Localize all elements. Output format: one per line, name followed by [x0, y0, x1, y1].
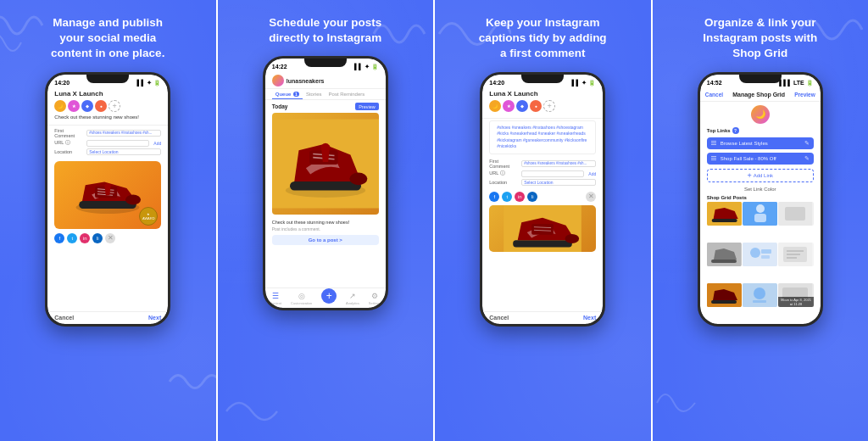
goto-text: Go to a post > [309, 237, 342, 243]
field-input-3-1[interactable]: #shoes #sneakers #instashoes #sh... [521, 160, 596, 167]
avatar-add[interactable]: + [108, 100, 120, 112]
instagram-icon-3[interactable]: in [515, 192, 525, 202]
add-link-button[interactable]: + Add Link [707, 169, 814, 182]
add-url-button-3[interactable]: Add [588, 171, 596, 176]
nav-settings-label: Settings [369, 301, 381, 305]
nav-analytics[interactable]: ↗ Analytics [346, 292, 359, 305]
edit-link-2[interactable]: ✎ [804, 155, 810, 162]
field-row-3: Location Select Location [54, 148, 161, 155]
screen1-header: Luna X Launch 🌙 ★ ◆ ● + Check out these … [47, 88, 168, 126]
preview-button-2[interactable]: Preview [355, 103, 379, 110]
avatar-add-3[interactable]: + [543, 100, 555, 112]
svg-point-41 [754, 287, 765, 299]
tags-area-3[interactable]: #shoes #sneakers #instashoes #shoestagra… [489, 120, 596, 154]
nav-content[interactable]: ☰ Content [270, 292, 281, 305]
nav-plus[interactable]: + [321, 292, 337, 305]
screen4-cancel-button[interactable]: Cancel [705, 92, 723, 98]
close-icon-1[interactable]: ✕ [105, 233, 115, 243]
grid-post-1[interactable] [707, 202, 742, 226]
next-button-1[interactable]: Next [148, 315, 161, 321]
cancel-button-3[interactable]: Cancel [489, 315, 509, 321]
twitter-icon-3[interactable]: t [502, 192, 512, 202]
facebook-icon-3[interactable]: f [489, 192, 499, 202]
panel-3: Keep your Instagram captions tidy by add… [435, 0, 653, 441]
close-icon-3[interactable]: ✕ [586, 192, 596, 202]
settings-icon: ⚙ [371, 292, 378, 300]
goto-post-button[interactable]: Go to a post > [272, 235, 379, 245]
phone-1-notch [86, 75, 129, 83]
sneaker-svg-3 [500, 205, 585, 252]
screen1-caption: Check out these stunning new shoes! [54, 114, 161, 120]
screen4-profile-icon: 🌙 [751, 105, 770, 124]
svg-rect-15 [513, 240, 572, 247]
link-text-2: Shop Fall Sale - 80% Off [721, 156, 802, 161]
phone-1-screen: 14:20 ▌▌ ✦ 🔋 Luna X Launch 🌙 ★ ◆ ● + Che… [47, 75, 168, 324]
time-3: 14:20 [489, 80, 504, 86]
instagram-icon[interactable]: in [80, 233, 90, 243]
grid-post-2[interactable] [743, 202, 777, 226]
edit-link-1[interactable]: ✎ [804, 140, 810, 147]
field-label-2: URL ⓘ [54, 140, 84, 146]
avatar-3-4: ● [530, 100, 542, 112]
tab-stories[interactable]: Stories [303, 89, 326, 99]
screen3-header: Luna X Launch 🌙 ★ ◆ ● + [482, 88, 603, 119]
cancel-button-1[interactable]: Cancel [54, 315, 74, 321]
grid-post-3[interactable] [778, 202, 813, 226]
link-text-1: Browse Latest Styles [721, 141, 802, 146]
linkedin-icon[interactable]: li [92, 233, 103, 243]
screen4-preview-button[interactable]: Preview [794, 92, 815, 98]
panel-4-title: Organize & link your Instagram posts wit… [693, 15, 828, 62]
field-row-3-3: Location Select Location [489, 179, 596, 186]
field-input-1[interactable]: #shoes #sneakers #instashoes #sh... [86, 130, 161, 137]
phone-4-notch [739, 75, 782, 83]
screen2-post-image [272, 113, 379, 215]
field-input-3[interactable]: Select Location [86, 148, 161, 155]
panel-1-title: Manage and publish your social media con… [40, 15, 175, 62]
linkedin-icon-3[interactable]: li [527, 192, 537, 202]
screen1-title: Luna X Launch [54, 90, 161, 98]
next-button-3[interactable]: Next [583, 315, 596, 321]
svg-rect-9 [290, 181, 361, 191]
grid-item-4 [707, 243, 741, 266]
nav-settings[interactable]: ⚙ Settings [369, 292, 381, 305]
grid-item-7 [707, 283, 741, 307]
grid-post-6[interactable] [778, 243, 813, 266]
screen3-bottom: Cancel Next [482, 311, 603, 324]
field-input-3-2[interactable] [521, 170, 584, 177]
svg-point-16 [565, 234, 580, 243]
screen4-header-title: Manage Shop Grid [732, 92, 785, 98]
svg-point-10 [349, 173, 367, 186]
screen4-grid-title: Shop Grid Posts [700, 193, 821, 202]
avatar-2: ★ [68, 100, 80, 112]
grid-person [743, 202, 777, 226]
nav-analytics-label: Analytics [346, 301, 359, 305]
svg-rect-21 [711, 219, 737, 222]
field-input-3-3[interactable]: Select Location [521, 179, 596, 186]
grid-post-4[interactable] [707, 243, 742, 266]
screen2-today-section: Today Preview [265, 100, 386, 220]
facebook-icon[interactable]: f [54, 233, 64, 243]
nav-customization[interactable]: ◎ Customization [291, 292, 312, 305]
link-row-2[interactable]: Shop Fall Sale - 80% Off ✎ [707, 153, 814, 165]
grid-product [778, 202, 812, 226]
grid-post-8[interactable] [743, 283, 777, 307]
field-input-2[interactable] [86, 140, 149, 147]
sneaker-svg-1 [70, 171, 146, 218]
grid-post-5[interactable] [743, 243, 777, 266]
tab-queue[interactable]: Queue 1 [272, 89, 303, 99]
twitter-icon[interactable]: t [67, 233, 77, 243]
avatar-3-2: ★ [503, 100, 515, 112]
tab-post-reminders[interactable]: Post Reminders [326, 89, 369, 99]
panel-4: Organize & link your Instagram posts wit… [653, 0, 869, 441]
add-url-button[interactable]: Add [153, 141, 161, 146]
section-title-2: Today [272, 103, 288, 109]
field-label-3: Location [54, 149, 84, 154]
grid-item-8 [743, 283, 776, 307]
link-row-1[interactable]: Browse Latest Styles ✎ [707, 137, 814, 149]
phone-2-screen: 14:22 ▌▌ ✦ 🔋 lunasneakers Queue 1 Storie… [265, 59, 386, 308]
grid-post-7[interactable] [707, 283, 742, 307]
screen2-tabs: Queue 1 Stories Post Reminders [265, 89, 386, 100]
grid-post-9[interactable]: Move to Apr 8, 2021 at 11:28 [778, 283, 813, 307]
set-link-color-text[interactable]: Set Link Color [700, 187, 821, 192]
field-label-3-2: URL ⓘ [489, 170, 519, 176]
